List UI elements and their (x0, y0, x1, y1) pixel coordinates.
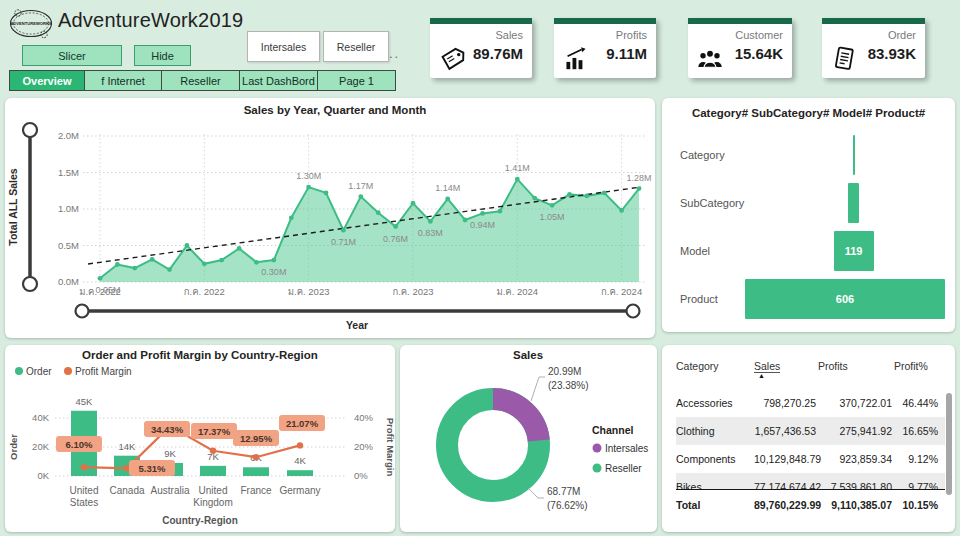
kpi-label: Order (888, 29, 916, 41)
sales-point[interactable] (289, 215, 294, 220)
bar-label: 4K (294, 455, 306, 466)
sales-point[interactable] (567, 192, 572, 197)
funnel-bar-model[interactable]: 119 (834, 231, 874, 271)
table-row-clothing[interactable]: Clothing1,657,436.53275,941.9216.65% (676, 417, 945, 445)
tab-f-internet[interactable]: f Internet (84, 70, 162, 91)
column-header-profits[interactable]: Profits (818, 360, 894, 372)
sales-point[interactable] (637, 186, 642, 191)
slider-handle-left[interactable] (76, 305, 89, 318)
tab-reseller[interactable]: Reseller (161, 70, 240, 91)
funnel-bar-product[interactable]: 606 (745, 279, 945, 319)
sales-point[interactable] (550, 203, 555, 208)
column-header-sales[interactable]: Sales▲ (754, 360, 818, 379)
chart-title: Category# SubCategory# Model# Product# (662, 107, 955, 119)
y-axis-tick: 0.5M (58, 240, 79, 251)
sales-point[interactable] (324, 191, 329, 196)
sales-point[interactable] (602, 191, 607, 196)
sales-point[interactable] (584, 194, 589, 199)
column-header-profit[interactable]: Profit% (894, 360, 940, 372)
sales-point[interactable] (132, 266, 137, 271)
sales-point[interactable] (428, 219, 433, 224)
category-table-panel: CategorySales▲ProfitsProfit%Accessories7… (662, 345, 955, 532)
y-axis-tick: 1.5M (58, 167, 79, 178)
x-axis-tick: ก.ค. 2023 (392, 286, 433, 297)
sales-point[interactable] (515, 177, 520, 182)
cell-value: 1,657,436.53 (754, 425, 818, 437)
table-row-bikes[interactable]: Bikes77,174,674.427,539,861.809.77% (676, 473, 945, 489)
order-bar-united-kingdom[interactable] (200, 466, 226, 476)
sales-point[interactable] (532, 196, 537, 201)
cell-value: 7,539,861.80 (818, 481, 894, 489)
sales-point[interactable] (498, 209, 503, 214)
left-axis-tick: 0K (37, 470, 49, 481)
receipt-icon (830, 45, 858, 72)
sales-point[interactable] (411, 201, 416, 206)
column-header-category[interactable]: Category (676, 360, 754, 372)
sales-point[interactable] (445, 196, 450, 201)
sales-point[interactable] (619, 208, 624, 213)
cell-category: Bikes (676, 481, 754, 489)
order-bar-germany[interactable] (287, 470, 313, 476)
cell-value: 9.77% (894, 481, 940, 489)
sales-point[interactable] (306, 185, 311, 190)
funnel-bar-zone (762, 183, 945, 223)
slicer-button[interactable]: Slicer (22, 45, 122, 66)
cell-category: Components (676, 453, 754, 465)
sales-point[interactable] (480, 211, 485, 216)
sales-point[interactable] (272, 258, 277, 263)
cell-value: 10,129,848.79 (754, 453, 818, 465)
slider-handle-bottom[interactable] (23, 277, 37, 291)
sales-point[interactable] (98, 276, 103, 281)
sales-point[interactable] (115, 262, 120, 267)
x-axis-tick: Kingdom (193, 497, 232, 508)
kpi-card-customer: Customer 15.64K (688, 18, 792, 78)
reseller-button[interactable]: Reseller (323, 31, 389, 62)
profit-margin-point[interactable] (297, 442, 303, 448)
sales-point[interactable] (254, 260, 259, 265)
sales-point[interactable] (219, 258, 224, 263)
chart-title: Order and Profit Margin by Country-Regio… (82, 349, 318, 361)
kpi-accent-bar (688, 18, 792, 24)
legend-intersales-label[interactable]: Intersales (605, 443, 648, 454)
funnel-row: SubCategory (672, 179, 945, 227)
intersales-button[interactable]: Intersales (247, 31, 320, 62)
data-label: 0.05M (95, 285, 120, 295)
table-row-accessories[interactable]: Accessories798,270.25370,722.0146.44% (676, 389, 945, 417)
slider-handle-right[interactable] (627, 305, 640, 318)
sales-point[interactable] (376, 210, 381, 215)
table-row-components[interactable]: Components10,129,848.79923,859.349.12% (676, 445, 945, 473)
tab-overview[interactable]: Overview (9, 70, 85, 91)
profit-margin-point[interactable] (253, 454, 259, 460)
sales-point[interactable] (185, 243, 190, 248)
tab-last-dashbord[interactable]: Last DashBord (239, 70, 318, 91)
sales-point[interactable] (341, 228, 346, 233)
x-axis-tick: Canada (109, 485, 144, 496)
funnel-bar-category[interactable] (853, 135, 855, 175)
sales-point[interactable] (202, 261, 207, 266)
legend-reseller-label[interactable]: Reseller (605, 463, 642, 474)
sales-point[interactable] (393, 224, 398, 229)
order-profit-panel: Order and Profit Margin by Country-Regio… (5, 345, 395, 532)
sales-point[interactable] (237, 246, 242, 251)
order-bar-france[interactable] (243, 467, 269, 476)
table-scrollbar-thumb[interactable] (946, 393, 952, 495)
kpi-value: 89.76M (473, 45, 523, 62)
legend-title: Channel (592, 424, 634, 436)
sales-point[interactable] (463, 218, 468, 223)
x-axis-tick: States (70, 497, 98, 508)
cell-value: 798,270.25 (754, 397, 818, 409)
legend-intersales-dot (593, 444, 602, 453)
tab-page-1[interactable]: Page 1 (317, 70, 396, 91)
legend-order-dot (15, 367, 23, 375)
sales-point[interactable] (358, 194, 363, 199)
more-options-dots[interactable]: .. (389, 46, 400, 61)
sales-point[interactable] (150, 257, 155, 262)
hierarchy-funnel-panel: Category# SubCategory# Model# Product# C… (662, 98, 955, 332)
hide-button[interactable]: Hide (134, 45, 191, 66)
sales-point[interactable] (167, 267, 172, 272)
profit-margin-point[interactable] (210, 448, 216, 454)
funnel-row: Model119 (672, 227, 945, 275)
slider-handle-top[interactable] (23, 123, 37, 137)
profit-margin-point[interactable] (81, 464, 87, 470)
funnel-bar-subcategory[interactable] (848, 183, 859, 223)
